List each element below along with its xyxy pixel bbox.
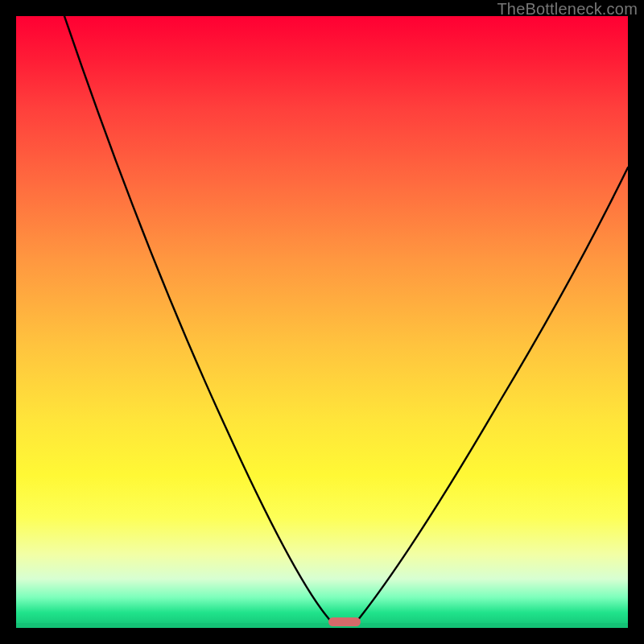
chart-frame [14, 14, 630, 630]
optimal-range-marker [328, 617, 361, 626]
curve-right-branch [354, 167, 628, 625]
plot-area [16, 16, 628, 628]
bottleneck-curve [16, 16, 628, 628]
watermark-text: TheBottleneck.com [497, 0, 638, 19]
curve-left-branch [64, 16, 334, 625]
baseline-strip [16, 623, 628, 628]
